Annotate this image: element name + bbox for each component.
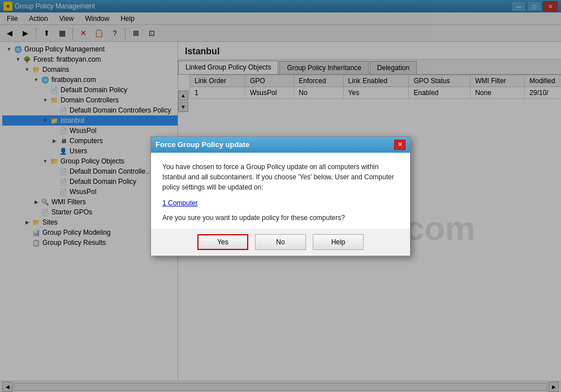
modal-backdrop: Force Group Policy update ✕ You have cho… xyxy=(0,0,561,392)
dialog-body: You have chosen to force a Group Policy … xyxy=(151,153,410,229)
dialog-no-button[interactable]: No xyxy=(255,234,306,250)
dialog-help-button[interactable]: Help xyxy=(313,234,364,250)
dialog-question: Are you sure you want to update policy f… xyxy=(162,214,399,222)
dialog-count: 1 Computer xyxy=(162,199,399,207)
dialog-message: You have chosen to force a Group Policy … xyxy=(162,162,399,192)
dialog-titlebar: Force Group Policy update ✕ xyxy=(151,137,410,153)
dialog-footer: Yes No Help xyxy=(151,229,410,256)
dialog-close-button[interactable]: ✕ xyxy=(394,140,405,150)
dialog-title: Force Group Policy update xyxy=(156,140,249,149)
force-update-dialog: Force Group Policy update ✕ You have cho… xyxy=(150,136,411,256)
dialog-yes-button[interactable]: Yes xyxy=(197,234,248,250)
